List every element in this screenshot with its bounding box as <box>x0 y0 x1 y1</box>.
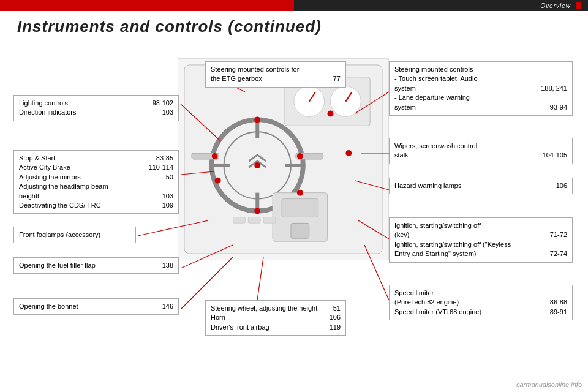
wipers-line2: stalk 104-105 <box>394 151 567 160</box>
box-fuel-filler: Opening the fuel filler flap 138 <box>13 257 179 274</box>
svg-point-26 <box>345 150 352 156</box>
stop-start-line1: Stop & Start 83-85 <box>19 154 173 163</box>
lighting-line1: Lighting controls 98-102 <box>19 99 173 108</box>
page-title: Instruments and controls (continued) <box>17 17 322 36</box>
steering-etg-line1: Steering mounted controls for <box>211 65 341 74</box>
lighting-line2: Direction indicators 103 <box>19 108 173 117</box>
box-steering-controls: Steering mounted controls - Touch screen… <box>389 61 573 116</box>
box-lighting: Lighting controls 98-102 Direction indic… <box>13 95 179 121</box>
top-red-bar <box>0 0 294 11</box>
section-label: Overview <box>540 2 571 9</box>
svg-point-24 <box>254 208 260 214</box>
speed-limiter-line1: Speed limiter <box>394 288 567 298</box>
box-stop-start: Stop & Start 83-85 Active City Brake 110… <box>13 150 179 214</box>
stop-start-line2: Active City Brake 110-114 <box>19 163 173 172</box>
speed-limiter-line3: Speed limiter (VTi 68 engine) 89-91 <box>394 307 567 317</box>
stop-start-line3: Adjusting the mirrors 50 <box>19 173 173 182</box>
steering-wheel-line3: Driver's front airbag 119 <box>211 323 341 332</box>
svg-point-29 <box>215 178 221 184</box>
box-bonnet: Opening the bonnet 146 <box>13 298 179 315</box>
ignition-line1: Ignition, starting/switching off <box>394 221 567 230</box>
box-steering-wheel: Steering wheel, adjusting the height 51 … <box>205 300 346 336</box>
stop-start-line5: Deactivating the CDS/ TRC 109 <box>19 201 173 210</box>
svg-line-36 <box>257 257 263 300</box>
svg-rect-16 <box>282 199 318 217</box>
steering-etg-line2: the ETG gearbox 77 <box>211 74 341 83</box>
svg-point-21 <box>212 153 218 159</box>
svg-rect-18 <box>233 217 246 223</box>
dashboard-image <box>178 58 389 260</box>
steering-controls-line5: system 93-94 <box>394 103 567 112</box>
steering-controls-line3: system 188, 241 <box>394 84 567 93</box>
box-ignition: Ignition, starting/switching off (key) 7… <box>389 217 573 263</box>
hazard-line1: Hazard warning lamps 106 <box>394 181 567 190</box>
ignition-line4: Entry and Starting" system) 72-74 <box>394 249 567 258</box>
svg-rect-20 <box>263 217 276 223</box>
wipers-line1: Wipers, screenwash control <box>394 141 567 151</box>
steering-controls-line2: - Touch screen tablet, Audio <box>394 74 567 83</box>
bonnet-line1: Opening the bonnet 146 <box>19 302 173 311</box>
box-wipers: Wipers, screenwash control stalk 104-105 <box>389 138 573 164</box>
steering-wheel-line1: Steering wheel, adjusting the height 51 <box>211 304 341 313</box>
steering-controls-line4: - Lane departure warning <box>394 93 567 102</box>
header-divider <box>576 2 581 9</box>
svg-point-25 <box>328 110 334 116</box>
svg-rect-17 <box>291 223 309 238</box>
speed-limiter-line2: (PureTech 82 engine) 86-88 <box>394 298 567 307</box>
steering-controls-line1: Steering mounted controls <box>394 65 567 74</box>
foglamps-line1: Front foglamps (accessory) <box>19 230 130 239</box>
watermark: carmanualsonline.info <box>516 381 582 388</box>
box-foglamps: Front foglamps (accessory) <box>13 227 136 243</box>
ignition-line2: (key) 71-72 <box>394 230 567 239</box>
ignition-line3: Ignition, starting/switching off ("Keyle… <box>394 240 567 249</box>
stop-start-line4: Adjusting the headlamp beam <box>19 182 173 191</box>
top-header: Overview <box>294 0 588 11</box>
fuel-filler-line1: Opening the fuel filler flap 138 <box>19 261 173 270</box>
stop-start-line4a: heightt 103 <box>19 192 173 201</box>
svg-point-22 <box>297 153 303 159</box>
box-steering-etg: Steering mounted controls for the ETG ge… <box>205 61 346 88</box>
svg-point-28 <box>254 162 260 168</box>
box-speed-limiter: Speed limiter (PureTech 82 engine) 86-88… <box>389 285 573 320</box>
svg-point-23 <box>254 116 260 123</box>
box-hazard: Hazard warning lamps 106 <box>389 178 573 194</box>
svg-point-27 <box>297 190 303 196</box>
svg-rect-19 <box>248 217 260 223</box>
steering-wheel-line2: Horn 106 <box>211 313 341 322</box>
